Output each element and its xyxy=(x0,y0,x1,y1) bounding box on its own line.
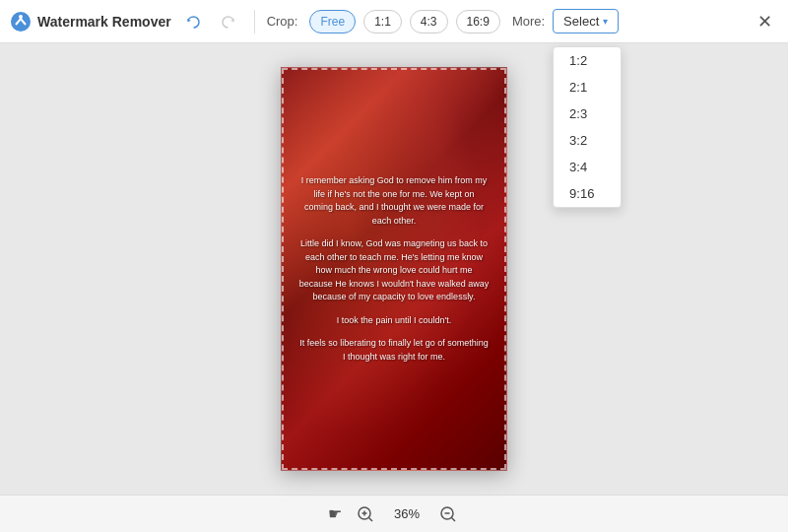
main-canvas-area: I remember asking God to remove him from… xyxy=(0,43,788,495)
quote-text: I remember asking God to remove him from… xyxy=(298,174,490,364)
select-label: Select xyxy=(563,14,599,29)
svg-line-8 xyxy=(452,517,456,521)
zoom-in-button[interactable] xyxy=(354,502,377,526)
svg-point-1 xyxy=(19,15,23,19)
chevron-down-icon: ▾ xyxy=(603,16,608,27)
crop-1-1-button[interactable]: 1:1 xyxy=(363,10,402,33)
image-container: I remember asking God to remove him from… xyxy=(281,67,507,471)
toolbar-separator-1 xyxy=(254,10,255,33)
crop-4-3-button[interactable]: 4:3 xyxy=(410,10,448,33)
app-logo-icon xyxy=(10,11,32,33)
dropdown-item-3-4[interactable]: 3:4 xyxy=(554,154,621,180)
zoom-level: 36% xyxy=(389,506,425,521)
svg-line-5 xyxy=(369,517,373,521)
dropdown-item-2-1[interactable]: 2:1 xyxy=(554,74,621,100)
select-button[interactable]: Select ▾ xyxy=(553,9,619,33)
dropdown-item-2-3[interactable]: 2:3 xyxy=(554,100,621,127)
close-button[interactable]: ✕ xyxy=(751,8,778,35)
quote-paragraph-2: Little did I know, God was magneting us … xyxy=(298,237,490,304)
select-wrapper: Select ▾ 1:2 2:1 2:3 3:2 3:4 9:16 xyxy=(553,9,619,33)
crop-16-9-button[interactable]: 16:9 xyxy=(456,10,500,33)
more-label: More: xyxy=(512,14,545,29)
redo-button[interactable] xyxy=(215,8,242,35)
quote-paragraph-3: I took the pain until I couldn't. xyxy=(298,314,490,328)
quote-paragraph-1: I remember asking God to remove him from… xyxy=(298,174,490,228)
quote-paragraph-4: It feels so liberating to finally let go… xyxy=(298,337,490,364)
app-logo: Watermark Remover xyxy=(10,11,171,33)
crop-ratio-dropdown: 1:2 2:1 2:3 3:2 3:4 9:16 xyxy=(553,46,622,208)
status-bar: ☛ 36% xyxy=(0,495,788,532)
dropdown-item-9-16[interactable]: 9:16 xyxy=(554,180,621,207)
hand-tool-icon: ☛ xyxy=(328,504,342,523)
dropdown-item-1-2[interactable]: 1:2 xyxy=(554,47,621,74)
zoom-out-button[interactable] xyxy=(436,502,460,526)
toolbar: Watermark Remover Crop: Free 1:1 4:3 16:… xyxy=(0,0,788,43)
dropdown-item-3-2[interactable]: 3:2 xyxy=(554,127,621,154)
app-title: Watermark Remover xyxy=(37,14,171,30)
crop-label: Crop: xyxy=(267,14,298,29)
undo-button[interactable] xyxy=(179,8,207,35)
crop-free-button[interactable]: Free xyxy=(309,10,356,33)
image-canvas: I remember asking God to remove him from… xyxy=(281,67,507,471)
